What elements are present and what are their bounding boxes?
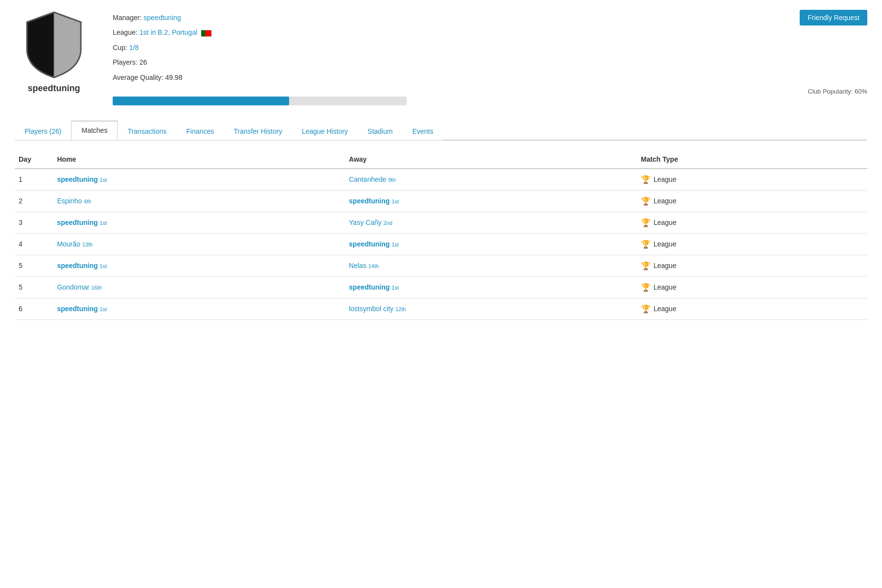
away-rank: 9th bbox=[388, 177, 395, 183]
cup-value[interactable]: 1/8 bbox=[129, 44, 138, 51]
match-day: 4 bbox=[15, 233, 53, 255]
home-rank: 13th bbox=[82, 242, 93, 247]
match-home: Gondomar 16th bbox=[53, 276, 345, 298]
manager-link[interactable]: speedtuning bbox=[144, 14, 181, 22]
away-rank: 12th bbox=[395, 306, 406, 312]
home-team-link[interactable]: Gondomar 16th bbox=[57, 283, 101, 291]
home-rank: 1st bbox=[100, 220, 107, 226]
svg-rect-0 bbox=[27, 12, 54, 78]
away-rank: 1st bbox=[392, 242, 399, 247]
home-rank: 1st bbox=[100, 177, 107, 183]
match-type-label: League bbox=[654, 305, 677, 313]
away-team-link[interactable]: Cantanhede 9th bbox=[349, 175, 395, 183]
svg-rect-1 bbox=[54, 12, 81, 78]
match-type: 🏆League bbox=[637, 276, 867, 298]
tab-events[interactable]: Events bbox=[402, 122, 443, 140]
match-type-label: League bbox=[654, 283, 677, 291]
club-shield bbox=[24, 10, 83, 78]
players-label: Players: bbox=[113, 58, 138, 66]
table-row: 5speedtuning 1stNelas 14th🏆League bbox=[15, 255, 867, 276]
matches-table: Day Home Away Match Type 1speedtuning 1s… bbox=[15, 150, 867, 320]
club-info: Manager: speedtuning League: 1st in B.2,… bbox=[113, 10, 867, 105]
match-home: Espinho 4th bbox=[53, 190, 345, 212]
trophy-icon: 🏆 bbox=[641, 218, 651, 227]
away-team-link[interactable]: Nelas 14th bbox=[349, 262, 379, 270]
tab-matches[interactable]: Matches bbox=[71, 121, 118, 140]
match-away: Nelas 14th bbox=[345, 255, 637, 276]
manager-label: Manager: bbox=[113, 14, 142, 22]
match-type: 🏆League bbox=[637, 233, 867, 255]
col-header-match-type: Match Type bbox=[637, 150, 867, 169]
header-section: speedtuning Manager: speedtuning League:… bbox=[15, 10, 867, 105]
home-rank: 1st bbox=[100, 263, 107, 269]
tab-finances[interactable]: Finances bbox=[176, 122, 224, 140]
avg-quality-label: Average Quality: bbox=[113, 74, 163, 81]
club-name: speedtuning bbox=[28, 83, 80, 94]
match-type-label: League bbox=[654, 219, 677, 226]
trophy-icon: 🏆 bbox=[641, 196, 651, 206]
table-row: 4Mourão 13thspeedtuning 1st🏆League bbox=[15, 233, 867, 255]
home-rank: 1st bbox=[100, 306, 107, 312]
home-team-link[interactable]: speedtuning 1st bbox=[57, 262, 107, 270]
table-row: 6speedtuning 1stlostsymbol city 12th🏆Lea… bbox=[15, 298, 867, 319]
col-header-away: Away bbox=[345, 150, 637, 169]
away-rank: 1st bbox=[392, 198, 399, 204]
league-position: 1st in B.2, Portugal bbox=[140, 28, 212, 36]
away-team-link[interactable]: Yasy Cañy 2nd bbox=[349, 219, 392, 226]
tab-players[interactable]: Players (26) bbox=[15, 122, 71, 140]
match-day: 5 bbox=[15, 255, 53, 276]
match-away: lostsymbol city 12th bbox=[345, 298, 637, 319]
match-away: Yasy Cañy 2nd bbox=[345, 212, 637, 233]
match-away: Cantanhede 9th bbox=[345, 169, 637, 191]
match-type-label: League bbox=[654, 197, 677, 205]
home-team-link[interactable]: speedtuning 1st bbox=[57, 219, 107, 226]
trophy-icon: 🏆 bbox=[641, 175, 651, 184]
match-day: 2 bbox=[15, 190, 53, 212]
club-logo-container: speedtuning bbox=[15, 10, 93, 94]
home-team-link[interactable]: Espinho 4th bbox=[57, 197, 91, 205]
popularity-container: Club Popularity: 60% bbox=[113, 88, 867, 105]
tab-stadium[interactable]: Stadium bbox=[358, 122, 402, 140]
tab-transfer-history[interactable]: Transfer History bbox=[224, 122, 292, 140]
popularity-label: Club Popularity: 60% bbox=[113, 88, 867, 95]
match-day: 6 bbox=[15, 298, 53, 319]
trophy-icon: 🏆 bbox=[641, 261, 651, 270]
match-away: speedtuning 1st bbox=[345, 233, 637, 255]
league-label: League: bbox=[113, 28, 138, 36]
away-rank: 1st bbox=[392, 285, 399, 291]
match-home: speedtuning 1st bbox=[53, 255, 345, 276]
portugal-flag bbox=[201, 30, 212, 37]
match-home: speedtuning 1st bbox=[53, 298, 345, 319]
tab-league-history[interactable]: League History bbox=[292, 122, 358, 140]
col-header-day: Day bbox=[15, 150, 53, 169]
match-home: speedtuning 1st bbox=[53, 212, 345, 233]
match-type: 🏆League bbox=[637, 212, 867, 233]
home-team-link[interactable]: Mourão 13th bbox=[57, 240, 93, 248]
progress-bar-background bbox=[113, 97, 407, 105]
match-day: 3 bbox=[15, 212, 53, 233]
match-day: 5 bbox=[15, 276, 53, 298]
table-row: 5Gondomar 16thspeedtuning 1st🏆League bbox=[15, 276, 867, 298]
match-type: 🏆League bbox=[637, 298, 867, 319]
tab-transactions[interactable]: Transactions bbox=[118, 122, 176, 140]
friendly-request-button[interactable]: Friendly Request bbox=[800, 10, 867, 25]
progress-bar-fill bbox=[113, 97, 289, 105]
match-type-label: League bbox=[654, 240, 677, 248]
away-team-link[interactable]: speedtuning 1st bbox=[349, 283, 399, 291]
home-team-link[interactable]: speedtuning 1st bbox=[57, 305, 107, 313]
away-team-link[interactable]: speedtuning 1st bbox=[349, 240, 399, 248]
match-home: Mourão 13th bbox=[53, 233, 345, 255]
league-link[interactable]: 1st in B.2, Portugal bbox=[140, 28, 197, 36]
match-type: 🏆League bbox=[637, 169, 867, 191]
players-count: 26 bbox=[139, 58, 147, 66]
match-type: 🏆League bbox=[637, 190, 867, 212]
away-team-link[interactable]: speedtuning 1st bbox=[349, 197, 399, 205]
home-rank: 4th bbox=[84, 198, 91, 204]
away-team-link[interactable]: lostsymbol city 12th bbox=[349, 305, 406, 313]
match-type: 🏆League bbox=[637, 255, 867, 276]
match-type-label: League bbox=[654, 262, 677, 270]
home-team-link[interactable]: speedtuning 1st bbox=[57, 175, 107, 183]
match-away: speedtuning 1st bbox=[345, 276, 637, 298]
match-day: 1 bbox=[15, 169, 53, 191]
home-rank: 16th bbox=[91, 285, 101, 291]
